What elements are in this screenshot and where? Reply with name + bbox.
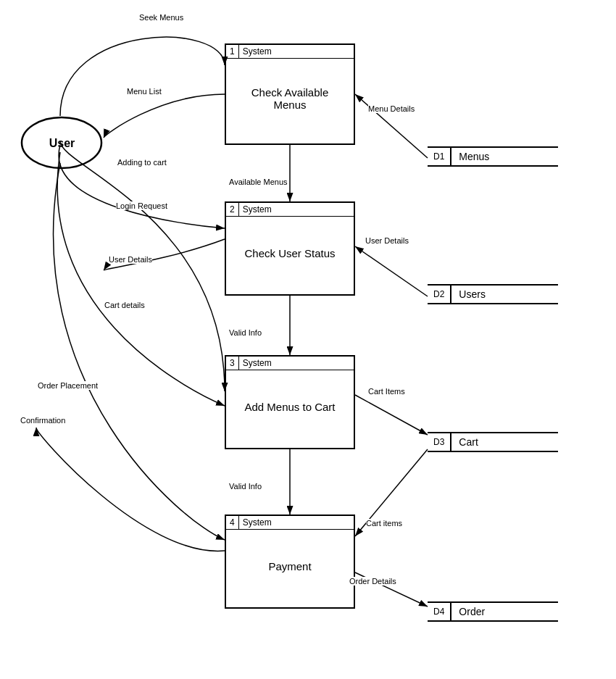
label-valid-info-1: Valid Info	[229, 328, 262, 337]
label-confirmation: Confirmation	[20, 416, 65, 425]
label-valid-info-2: Valid Info	[229, 482, 262, 491]
ds2-id: D2	[428, 286, 451, 303]
ds2-name: Users	[451, 286, 493, 303]
datastore-order: D4 Order	[428, 601, 558, 622]
process-3-sys: System	[239, 357, 275, 370]
label-user-details-ds: User Details	[365, 236, 409, 245]
label-order-placement: Order Placement	[38, 381, 98, 390]
process-1-header: 1 System	[226, 45, 354, 59]
process-4-sys: System	[239, 516, 275, 529]
label-cart-items-2: Cart items	[366, 519, 402, 528]
label-seek-menus: Seek Menus	[139, 13, 183, 22]
process-2-sys: System	[239, 203, 275, 216]
label-user-details-flow: User Details	[109, 255, 152, 264]
label-login-request: Login Request	[116, 201, 167, 210]
process-3-header: 3 System	[226, 357, 354, 370]
process-2-header: 2 System	[226, 203, 354, 217]
process-3-body: Add Menus to Cart	[226, 370, 354, 443]
process-1-num: 1	[226, 45, 239, 58]
process-3-num: 3	[226, 357, 239, 370]
label-cart-items: Cart Items	[368, 387, 405, 396]
label-cart-details: Cart details	[104, 301, 145, 309]
ds1-id: D1	[428, 148, 451, 165]
label-menu-list: Menu List	[127, 87, 162, 96]
svg-line-6	[355, 246, 428, 296]
datastore-menus: D1 Menus	[428, 146, 558, 167]
svg-line-7	[355, 395, 428, 435]
ds1-name: Menus	[451, 148, 496, 165]
process-1-sys: System	[239, 45, 275, 58]
process-4-header: 4 System	[226, 516, 354, 530]
label-available-menus: Available Menus	[229, 178, 288, 186]
process-1-body: Check AvailableMenus	[226, 59, 354, 138]
datastore-cart: D3 Cart	[428, 432, 558, 452]
process-2: 2 System Check User Status	[225, 201, 355, 296]
ds4-id: D4	[428, 603, 451, 620]
ds3-id: D3	[428, 433, 451, 451]
label-order-details: Order Details	[349, 577, 396, 586]
diagram: User 1 System Check AvailableMenus 2 Sys…	[0, 0, 616, 679]
process-3: 3 System Add Menus to Cart	[225, 355, 355, 449]
ds3-name: Cart	[451, 433, 485, 451]
process-4-body: Payment	[226, 530, 354, 602]
user-entity: User	[20, 116, 104, 170]
process-4-num: 4	[226, 516, 239, 529]
process-2-body: Check User Status	[226, 217, 354, 289]
process-2-num: 2	[226, 203, 239, 216]
user-label: User	[49, 137, 75, 150]
ds4-name: Order	[451, 603, 492, 620]
process-1: 1 System Check AvailableMenus	[225, 43, 355, 145]
label-menu-details: Menu Details	[368, 104, 415, 113]
process-4: 4 System Payment	[225, 515, 355, 609]
datastore-users: D2 Users	[428, 284, 558, 304]
label-adding-to-cart: Adding to cart	[117, 158, 167, 167]
